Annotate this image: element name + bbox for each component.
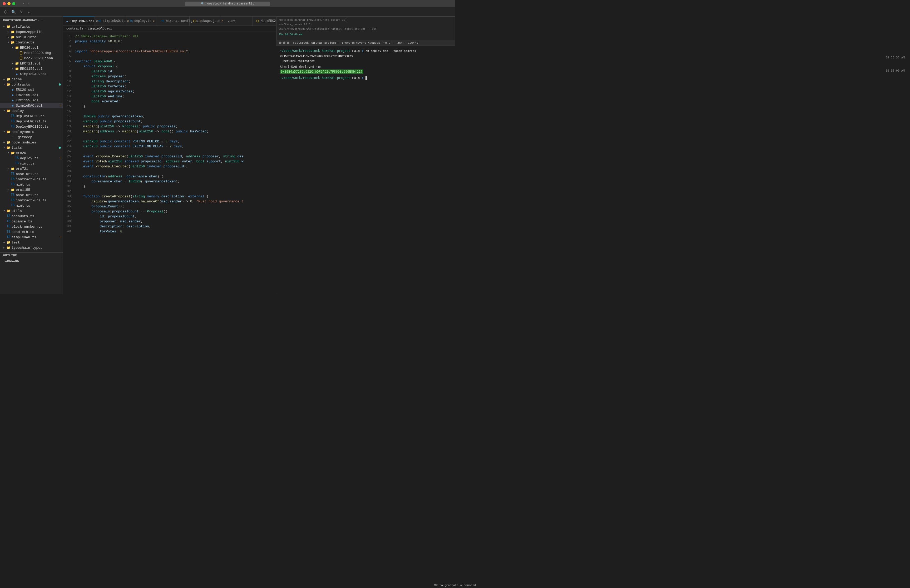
maximize-button[interactable] xyxy=(12,2,15,5)
sidebar-item-simpledao-artifact[interactable]: ▶ ◆ SimpleDAO.sol xyxy=(0,71,63,77)
tab-package-json[interactable]: {} package.json M xyxy=(189,16,221,26)
sidebar-item-mockerc20-json[interactable]: ▶ {} MockERC20.json xyxy=(0,55,63,61)
sidebar-item-erc721-tasks[interactable]: ▶ 📁 erc721 xyxy=(0,166,63,171)
tab-env[interactable]: · .env xyxy=(221,16,253,26)
minimize-button[interactable] xyxy=(7,2,11,5)
code-line: 18 uint256 public proposalCount; xyxy=(63,119,276,124)
more-icon[interactable]: … xyxy=(26,8,33,15)
search-icon[interactable]: 🔍 xyxy=(10,8,17,15)
sidebar-item-tasks[interactable]: ▼ 📂 tasks xyxy=(0,145,63,150)
sidebar-item-erc721-contracturi[interactable]: TS contract-uri.ts xyxy=(0,177,63,182)
ts-tab-icon: TS xyxy=(161,20,164,23)
right-tl2[interactable] xyxy=(283,42,285,44)
sol-tab-icon: ◆ xyxy=(66,20,68,23)
sidebar-item-erc20-deploy[interactable]: ▶ TS deploy.ts U xyxy=(0,155,63,161)
code-line: 36 proposals[proposalCount] = Proposal({ xyxy=(63,209,276,214)
sidebar-item-erc1155-contracturi[interactable]: TS contract-uri.ts xyxy=(0,198,63,203)
ts-file-icon: TS xyxy=(11,114,15,118)
source-control-icon[interactable]: ⑂ xyxy=(18,8,25,15)
code-line: 33 function createProposal(string memory… xyxy=(63,194,276,199)
sidebar-item-deployerc1155[interactable]: ▶ TS DeployERC1155.ts xyxy=(0,124,63,129)
close-button[interactable] xyxy=(3,2,6,5)
sidebar-item-contracts-src[interactable]: ▼ 📂 contracts xyxy=(0,82,63,87)
sidebar-item-label: ERC1155.sol xyxy=(20,67,63,71)
explorer-icon[interactable]: ⬡ xyxy=(2,8,9,15)
sidebar-item-typechain[interactable]: ▶ 📁 typechain-types xyxy=(0,245,63,250)
sidebar-item-accounts[interactable]: TS accounts.ts xyxy=(0,213,63,219)
sidebar-item-artifacts[interactable]: ▶ 📁 artifacts xyxy=(0,24,63,29)
outline-section[interactable]: OUTLINE xyxy=(0,252,63,258)
tab-deploy-ts[interactable]: TS deploy.ts U xyxy=(126,16,158,26)
code-editor[interactable]: 1 // SPDX-License-Identifier: MIT 2 prag… xyxy=(63,32,276,294)
title-bar-center: 🔍 rootstock-hardhat-starterkit xyxy=(185,2,270,6)
sidebar-item-erc20-sol[interactable]: ▶ 📁 ERC20.sol xyxy=(0,45,63,50)
sidebar-item-label: simpleDAO.ts xyxy=(11,235,60,239)
sidebar-item-erc20-tasks[interactable]: ▼ 📂 erc20 xyxy=(0,150,63,155)
modified-indicator: U xyxy=(60,157,61,160)
expand-arrow: ▶ xyxy=(2,77,6,81)
sidebar-item-gitkeep[interactable]: ▶ · .gitkeep xyxy=(0,134,63,140)
sidebar-item-erc1155-mint[interactable]: TS mint.ts xyxy=(0,203,63,208)
sidebar-item-erc1155[interactable]: ▶ 📁 ERC1155.sol xyxy=(0,66,63,71)
folder-icon: 📁 xyxy=(15,66,19,71)
sidebar-item-test[interactable]: ▶ 📁 test xyxy=(0,240,63,245)
sidebar-item-build-info[interactable]: ▶ 📁 build-info xyxy=(0,34,63,40)
sidebar-item-node-modules[interactable]: ▶ 📁 node_modules xyxy=(0,140,63,145)
timeline-label: TIMELINE xyxy=(3,259,19,262)
sidebar-item-label: erc20 xyxy=(16,151,63,155)
sidebar-item-erc1155-tasks[interactable]: ▶ 📁 erc1155 xyxy=(0,187,63,192)
sidebar-item-erc1155-src[interactable]: ▶ ◆ ERC1155.sol xyxy=(0,98,63,103)
back-button[interactable]: ‹ xyxy=(23,2,25,6)
sidebar-item-label: ERC1155.sol xyxy=(16,99,63,102)
tab-simpledao-sol[interactable]: ◆ SimpleDAO.sol × xyxy=(63,16,95,26)
expand-arrow: ▶ xyxy=(11,61,15,66)
tab-label: package.json xyxy=(197,19,220,23)
sidebar-item-erc1155-baseuri[interactable]: TS base-uri.ts xyxy=(0,192,63,198)
code-line: 22 uint256 public constant VOTING_PERIOD… xyxy=(63,139,276,144)
tab-simpledao-ts[interactable]: TS simpleDAO.ts U xyxy=(95,16,126,26)
sidebar-item-balance[interactable]: TS balance.ts xyxy=(0,219,63,224)
folder-icon: 📁 xyxy=(11,30,15,34)
sidebar-item-simpledao-ts[interactable]: TS simpleDAO.ts U xyxy=(0,234,63,240)
sidebar-item-deployerc721[interactable]: ▶ TS DeployERC721.ts xyxy=(0,119,63,124)
sidebar-item-contracts-artifacts[interactable]: ▼ 📂 contracts xyxy=(0,40,63,45)
right-tl3[interactable] xyxy=(287,42,289,44)
forward-button[interactable]: › xyxy=(27,2,29,6)
search-icon: 🔍 xyxy=(201,2,205,5)
sidebar-item-openzeppelin[interactable]: ▶ 📁 @openzeppelin xyxy=(0,29,63,34)
sidebar-item-erc20-src[interactable]: ▶ ◆ ERC20.sol xyxy=(0,87,63,92)
sidebar-item-deployerc20[interactable]: ▶ TS DeployERC20.ts xyxy=(0,113,63,119)
sidebar-item-label: deployments xyxy=(11,130,63,134)
sidebar-item-utils[interactable]: ▼ 📂 utils xyxy=(0,208,63,213)
ts-file-icon: TS xyxy=(11,119,15,123)
sidebar-item-erc721-src[interactable]: ▶ ◆ ERC1155.sol xyxy=(0,92,63,98)
timeline-section[interactable]: TIMELINE xyxy=(0,258,63,263)
code-line: 29 constructor(address _governanceToken)… xyxy=(63,174,276,179)
search-bar[interactable]: 🔍 rootstock-hardhat-starterkit xyxy=(185,2,270,6)
right-terminal-title: rootstock-hardhat-project — trevor@Trevo… xyxy=(293,41,418,44)
code-line: 16 xyxy=(63,109,276,114)
sidebar-item-deploy[interactable]: ▼ 📂 deploy xyxy=(0,108,63,113)
sidebar-item-label: utils xyxy=(11,209,63,213)
right-terminal-panel: rootstock-hardhat-providers/http.ts:107:… xyxy=(276,16,455,294)
code-line: 12 uint256 againstVotes; xyxy=(63,89,276,94)
sidebar-item-label: MockERC20.json xyxy=(24,57,63,60)
sidebar-item-erc20-mint[interactable]: ▶ TS mint.ts xyxy=(0,161,63,166)
tab-hardhat-config[interactable]: TS hardhat.config.ts M xyxy=(158,16,189,26)
tab-label: SimpleDAO.sol xyxy=(70,19,94,23)
sidebar-item-sendeth[interactable]: TS send-eth.ts xyxy=(0,229,63,234)
sidebar-item-mockerc20-dbg[interactable]: ▶ {} MockERC20.dbg... xyxy=(0,50,63,55)
sidebar-item-label: erc721 xyxy=(16,167,63,171)
sidebar-item-erc721[interactable]: ▶ 📁 ERC721.sol xyxy=(0,61,63,66)
sidebar-item-cache[interactable]: ▶ 📁 cache xyxy=(0,77,63,82)
sidebar-item-erc721-baseuri[interactable]: TS base-uri.ts xyxy=(0,171,63,177)
right-tl1[interactable] xyxy=(279,42,281,44)
code-line: 11 uint256 forVotes; xyxy=(63,84,276,89)
tab-mockerc20-json[interactable]: {} MockERC20.json xyxy=(253,16,276,26)
sidebar-item-deployments[interactable]: ▼ 📂 deployments xyxy=(0,129,63,134)
sidebar-item-simpledao-src[interactable]: ▶ ◆ SimpleDAO.sol U xyxy=(0,103,63,108)
code-line: 2 pragma solidity ^0.8.0; xyxy=(63,39,276,44)
sidebar-item-blocknumber[interactable]: TS block-number.ts xyxy=(0,224,63,229)
breadcrumb-file: SimpleDAO.sol xyxy=(87,27,112,31)
sidebar-item-erc721-mint[interactable]: TS mint.ts xyxy=(0,182,63,187)
